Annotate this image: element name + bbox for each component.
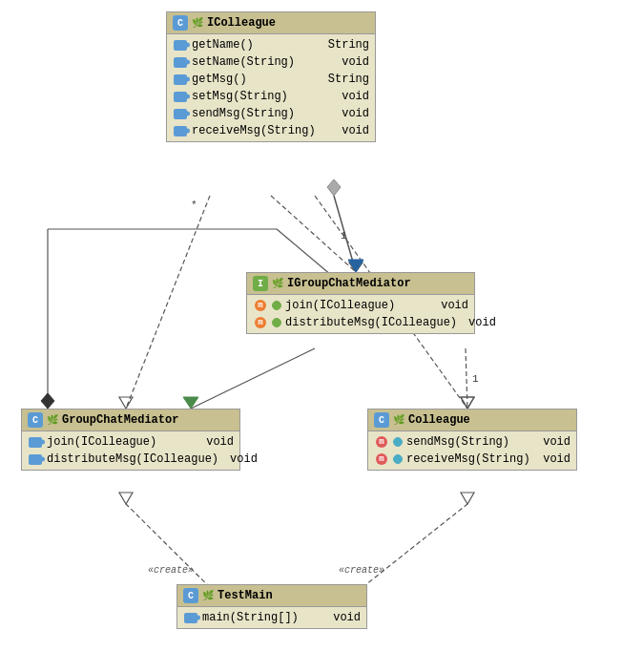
svg-marker-19	[348, 260, 363, 272]
groupchatmediator-header: C 🌿 GroupChatMediator	[22, 410, 239, 431]
table-row: m distributeMsg(IColleague) void	[247, 314, 474, 331]
method-label: getMsg()	[192, 73, 317, 86]
return-label: void	[334, 124, 369, 137]
return-label: void	[222, 452, 258, 466]
method-label: join(IColleague)	[47, 435, 195, 449]
table-row: join(IColleague) void	[22, 433, 239, 451]
svg-text:*: *	[191, 200, 197, 211]
groupchat-stereo: 🌿	[47, 414, 58, 426]
svg-marker-16	[461, 397, 474, 409]
table-row: getMsg() String	[167, 71, 375, 88]
icolleague-badge: C	[173, 15, 188, 31]
testmain-body: main(String[]) void	[177, 607, 366, 628]
svg-line-18	[334, 196, 356, 272]
icolleague-box: C 🌿 IColleague getName() String setName(…	[166, 11, 376, 142]
icolleague-header: C 🌿 IColleague	[167, 12, 375, 34]
table-row: distributeMsg(IColleague) void	[22, 451, 239, 468]
method-label: join(IColleague)	[285, 299, 429, 312]
return-label: void	[433, 299, 468, 312]
svg-line-15	[466, 348, 467, 409]
field-icon	[174, 109, 187, 119]
igroupchatmediator-badge: I	[253, 276, 268, 291]
method-icon: m	[255, 300, 266, 311]
return-label: void	[535, 435, 570, 449]
visibility-icon	[272, 301, 281, 310]
svg-text:«create»: «create»	[148, 565, 194, 576]
igroupchatmediator-title: IGroupChatMediator	[287, 277, 411, 290]
table-row: m receiveMsg(String) void	[368, 451, 576, 468]
igroupchatmediator-header: I 🌿 IGroupChatMediator	[247, 273, 474, 295]
igroupchatmediator-box: I 🌿 IGroupChatMediator m join(IColleague…	[246, 272, 475, 334]
field-icon	[29, 437, 42, 448]
table-row: main(String[]) void	[177, 609, 366, 626]
colleague-body: m sendMsg(String) void m receiveMsg(Stri…	[368, 431, 576, 470]
svg-text:1: 1	[472, 373, 479, 385]
table-row: receiveMsg(String) void	[167, 122, 375, 139]
method-label: sendMsg(String)	[406, 435, 531, 449]
field-icon	[184, 613, 197, 623]
colleague-header: C 🌿 Colleague	[368, 410, 576, 431]
groupchatmediator-title: GroupChatMediator	[62, 413, 178, 427]
field-icon	[174, 92, 187, 102]
method-label: distributeMsg(IColleague)	[47, 452, 218, 466]
testmain-stereo: 🌿	[202, 590, 214, 601]
visibility-icon	[272, 318, 281, 327]
groupchatmediator-badge: C	[28, 412, 43, 428]
uml-diagram: 1 * 1 1 «create» «create» C 🌿 IColleague	[0, 0, 622, 672]
return-label: void	[334, 107, 369, 120]
svg-marker-11	[41, 393, 54, 409]
svg-marker-23	[119, 493, 133, 504]
return-label: void	[198, 435, 234, 449]
method-label: receiveMsg(String)	[406, 452, 531, 466]
field-icon	[174, 74, 187, 85]
svg-line-2	[126, 196, 210, 409]
colleague-stereo: 🌿	[393, 414, 404, 426]
table-row: m join(IColleague) void	[247, 297, 474, 314]
return-label: void	[334, 55, 369, 69]
method-label: getName()	[192, 38, 317, 52]
svg-line-6	[191, 348, 315, 409]
field-icon	[174, 40, 187, 51]
colleague-box: C 🌿 Colleague m sendMsg(String) void m r…	[367, 409, 577, 471]
testmain-title: TestMain	[218, 589, 273, 602]
icolleague-title: IColleague	[207, 16, 276, 30]
table-row: setMsg(String) void	[167, 88, 375, 105]
return-label: void	[325, 611, 361, 624]
field-icon	[174, 57, 187, 68]
method-label: distributeMsg(IColleague)	[285, 316, 457, 329]
method-label: setName(String)	[192, 55, 330, 69]
svg-marker-20	[327, 179, 341, 196]
method-icon: m	[376, 436, 387, 448]
return-label: String	[321, 73, 369, 86]
table-row: sendMsg(String) void	[167, 105, 375, 122]
groupchatmediator-box: C 🌿 GroupChatMediator join(IColleague) v…	[21, 409, 240, 471]
return-label: String	[321, 38, 369, 52]
visibility-icon	[393, 454, 403, 464]
table-row: setName(String) void	[167, 53, 375, 71]
igroupchatmediator-body: m join(IColleague) void m distributeMsg(…	[247, 295, 474, 333]
igroupchat-stereo: 🌿	[272, 278, 283, 289]
testmain-header: C 🌿 TestMain	[177, 585, 366, 607]
method-label: receiveMsg(String)	[192, 124, 330, 137]
method-label: setMsg(String)	[192, 90, 330, 103]
colleague-title: Colleague	[408, 413, 470, 427]
svg-marker-25	[461, 493, 474, 504]
svg-text:«create»: «create»	[339, 565, 384, 576]
return-label: void	[334, 90, 369, 103]
svg-marker-7	[183, 397, 198, 409]
svg-marker-3	[119, 397, 133, 409]
method-icon: m	[255, 317, 266, 328]
testmain-box: C 🌿 TestMain main(String[]) void	[176, 584, 367, 629]
svg-line-0	[271, 196, 356, 272]
svg-marker-1	[349, 262, 363, 272]
icolleague-body: getName() String setName(String) void ge…	[167, 34, 375, 141]
field-icon	[174, 126, 187, 136]
svg-marker-5	[461, 397, 474, 409]
return-label: void	[461, 316, 496, 329]
testmain-badge: C	[183, 588, 198, 603]
field-icon	[29, 454, 42, 465]
icolleague-stereo: 🌿	[192, 17, 203, 29]
visibility-icon	[393, 437, 403, 447]
colleague-badge: C	[374, 412, 389, 428]
method-icon: m	[376, 453, 387, 465]
